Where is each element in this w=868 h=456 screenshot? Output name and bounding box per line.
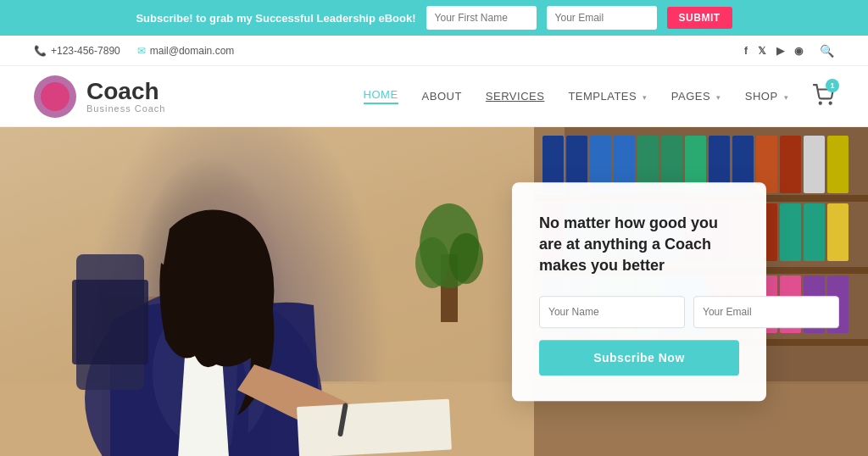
shop-caret: ▾ xyxy=(784,93,789,102)
card-email-input[interactable] xyxy=(693,296,839,328)
search-icon[interactable]: 🔍 xyxy=(820,44,834,58)
cart-badge: 1 xyxy=(826,79,839,92)
cart-button[interactable]: 1 xyxy=(812,84,834,109)
phone-icon: 📞 xyxy=(34,45,47,57)
banner-text: Subscribe! to grab my Successful Leaders… xyxy=(136,12,415,25)
svg-rect-17 xyxy=(780,136,801,193)
svg-point-1 xyxy=(830,102,832,103)
svg-rect-31 xyxy=(804,203,825,261)
svg-point-0 xyxy=(820,102,821,103)
facebook-icon[interactable]: f xyxy=(744,45,748,57)
pages-caret: ▾ xyxy=(716,93,721,102)
top-bar: 📞 +123-456-7890 ✉ mail@domain.com f 𝕏 ▶ … xyxy=(0,36,868,66)
contact-info: 📞 +123-456-7890 ✉ mail@domain.com xyxy=(34,45,234,57)
header: Coach Business Coach HOME ABOUT SERVICES… xyxy=(0,66,868,127)
nav-templates[interactable]: TEMPLATES ▾ xyxy=(568,90,647,103)
banner-submit-button[interactable]: SUBMIT xyxy=(667,7,732,29)
instagram-icon[interactable]: ◉ xyxy=(794,45,803,57)
svg-point-58 xyxy=(449,233,483,284)
svg-rect-30 xyxy=(780,203,801,261)
svg-point-57 xyxy=(415,237,449,288)
banner-email-input[interactable] xyxy=(547,6,657,30)
twitter-icon[interactable]: 𝕏 xyxy=(758,45,766,57)
hero-card: No matter how good you are at anything a… xyxy=(512,182,766,401)
nav-services[interactable]: SERVICES xyxy=(486,90,545,103)
logo-icon xyxy=(34,75,76,118)
phone-number: +123-456-7890 xyxy=(51,45,120,57)
logo-area: Coach Business Coach xyxy=(34,75,166,118)
email-item: ✉ mail@domain.com xyxy=(137,45,235,57)
logo-inner-circle xyxy=(41,82,70,111)
top-banner: Subscribe! to grab my Successful Leaders… xyxy=(0,0,868,36)
logo-text: Coach Business Coach xyxy=(86,80,166,114)
nav-shop[interactable]: SHOP ▾ xyxy=(745,90,788,103)
phone-item: 📞 +123-456-7890 xyxy=(34,45,120,57)
svg-rect-60 xyxy=(72,280,148,364)
nav-pages[interactable]: PAGES ▾ xyxy=(671,90,721,103)
svg-rect-53 xyxy=(297,399,452,456)
svg-rect-32 xyxy=(827,203,849,261)
email-address: mail@domain.com xyxy=(150,45,235,57)
banner-firstname-input[interactable] xyxy=(426,6,537,30)
svg-rect-19 xyxy=(827,136,849,193)
email-icon: ✉ xyxy=(137,45,146,57)
logo-subtitle: Business Coach xyxy=(86,103,166,114)
card-inputs xyxy=(539,296,739,328)
nav-home[interactable]: HOME xyxy=(364,88,398,104)
svg-rect-18 xyxy=(804,136,825,193)
subscribe-button[interactable]: Subscribe Now xyxy=(539,340,739,375)
card-headline: No matter how good you are at anything a… xyxy=(539,213,739,277)
card-name-input[interactable] xyxy=(539,296,685,328)
logo-title: Coach xyxy=(86,80,166,103)
nav-about[interactable]: ABOUT xyxy=(422,90,462,103)
social-icons: f 𝕏 ▶ ◉ xyxy=(744,45,803,57)
hero-section: No matter how good you are at anything a… xyxy=(0,127,868,456)
nav-menu: HOME ABOUT SERVICES TEMPLATES ▾ PAGES ▾ … xyxy=(364,84,834,109)
youtube-icon[interactable]: ▶ xyxy=(776,45,784,57)
templates-caret: ▾ xyxy=(643,93,648,102)
